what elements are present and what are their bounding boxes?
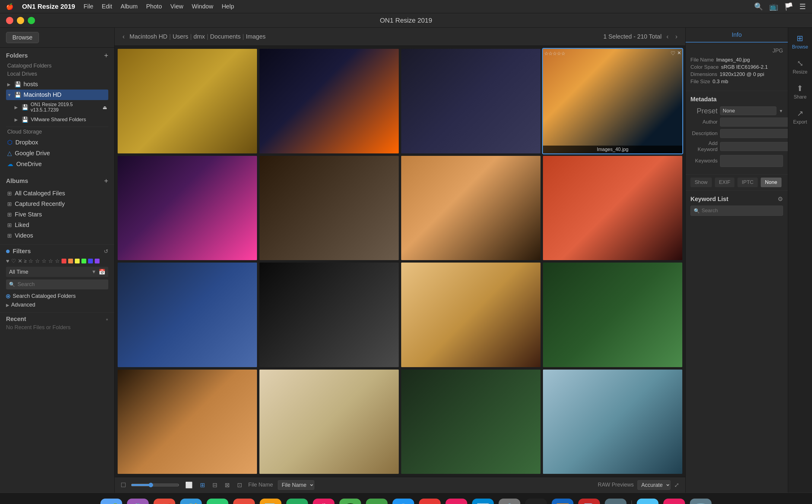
dock-item-music2[interactable]: 🎶 (663, 499, 685, 504)
menu-photo[interactable]: Photo (146, 3, 162, 10)
minimize-button[interactable] (17, 17, 24, 24)
photo-cell-15[interactable] (401, 370, 541, 474)
menu-controls-icon[interactable]: ☰ (799, 2, 806, 11)
thumbnail-size-slider[interactable] (131, 483, 179, 487)
browse-button[interactable]: Browse (6, 32, 39, 43)
single-view-button[interactable]: ⬜ (184, 480, 194, 490)
eject-icon[interactable]: ⏏ (103, 105, 107, 110)
calendar-icon[interactable]: 📅 (99, 269, 105, 275)
star-5-icon[interactable]: ☆ (55, 258, 60, 264)
sidebar-item-videos[interactable]: ⊞ Videos (6, 230, 108, 241)
raw-preview-select[interactable]: Accurate (637, 480, 671, 490)
tab-info[interactable]: Info (686, 28, 788, 43)
breadcrumb-macintosh[interactable]: Macintosh HD (129, 33, 167, 40)
dock-item-acrobat[interactable]: 📄 (578, 499, 600, 504)
expand-icon[interactable]: ⤢ (674, 481, 679, 489)
dock-item-music[interactable]: ♪ (446, 499, 467, 504)
photo-cell-12[interactable] (543, 263, 682, 367)
dock-item-photos[interactable]: 🌸 (313, 499, 334, 504)
photo-cell-10[interactable] (259, 263, 399, 367)
keyword-search-input[interactable] (702, 208, 766, 214)
menu-edit[interactable]: Edit (102, 3, 112, 10)
sidebar-item-liked[interactable]: ⊞ Liked (6, 220, 108, 230)
add-keyword-input[interactable] (720, 142, 789, 151)
breadcrumb-documents[interactable]: Documents (210, 33, 241, 40)
filter-color-purple[interactable] (95, 259, 99, 263)
filter-color-green[interactable] (81, 259, 86, 263)
menu-flag-icon[interactable]: 🏳️ (784, 2, 793, 11)
star-2-icon[interactable]: ☆ (35, 258, 40, 264)
dock-item-trash[interactable]: 🗑️ (690, 499, 712, 504)
menu-view[interactable]: View (170, 3, 183, 10)
date-filter[interactable]: All Time ▼ 📅 (6, 267, 108, 277)
filter-color-blue[interactable] (88, 259, 93, 263)
grid-view-button[interactable]: ⊞ (199, 480, 206, 490)
dock-item-messages[interactable]: 💬 (339, 499, 361, 504)
keyword-gear-icon[interactable]: ⚙ (778, 195, 783, 203)
sort-select[interactable]: File Name (278, 480, 314, 490)
refresh-icon[interactable]: ↺ (104, 248, 108, 255)
far-right-resize[interactable]: ⤡ Resize (793, 59, 807, 75)
star-3-icon[interactable]: ☆ (42, 258, 46, 264)
menu-file[interactable]: File (84, 3, 93, 10)
select-all-checkbox[interactable]: ☐ (121, 481, 126, 489)
far-right-export[interactable]: ↗ Export (793, 109, 807, 125)
breadcrumb-users[interactable]: Users (172, 33, 188, 40)
dock-item-preview[interactable]: 🖼️ (552, 499, 574, 504)
dock-item-appstore[interactable]: Ⓐ (392, 499, 414, 504)
sidebar-item-googledrive[interactable]: △ Google Drive (6, 148, 108, 159)
star-1-icon[interactable]: ☆ (28, 258, 33, 264)
dock-item-facetime[interactable]: 📹 (366, 499, 387, 504)
sidebar-item-captured-recently[interactable]: ⊞ Captured Recently (6, 199, 108, 209)
photo-cell-8[interactable] (543, 156, 682, 260)
sidebar-item-vmware[interactable]: ▶ 💾 VMware Shared Folders (6, 115, 108, 125)
photo-cell-5[interactable] (118, 156, 257, 260)
photo-cell-9[interactable] (118, 263, 257, 367)
menu-display-icon[interactable]: 📺 (769, 2, 778, 11)
photo-cell-3[interactable] (401, 49, 541, 153)
heart-filled-icon[interactable]: ♥ (6, 258, 9, 264)
menu-search-icon[interactable]: 🔍 (754, 2, 763, 11)
breadcrumb-dmx[interactable]: dmx (194, 33, 205, 40)
dock-item-notes[interactable]: 📝 (260, 499, 281, 504)
iptc-tab[interactable]: IPTC (738, 178, 758, 187)
fullscreen-button[interactable] (28, 17, 35, 24)
photo-cell-13[interactable] (118, 370, 257, 474)
sidebar-item-on1[interactable]: ▶ 💾 ON1 Resize 2019.5 v13.5.1.7239 ⏏ (6, 100, 108, 115)
advanced-item[interactable]: ▶ Advanced (6, 301, 108, 309)
close-button[interactable] (6, 17, 13, 24)
star-rating[interactable]: ☆☆☆☆☆ (544, 51, 565, 56)
filter-color-orange[interactable] (68, 259, 73, 263)
close-icon[interactable]: ✕ (677, 50, 681, 57)
photo-cell-4[interactable]: ☆☆☆☆☆♡✕Images_40.jpg (543, 49, 682, 153)
dock-item-maps[interactable]: 🗺️ (286, 499, 308, 504)
sidebar-item-five-stars[interactable]: ⊞ Five Stars (6, 209, 108, 220)
filmstrip-view-button[interactable]: ⊠ (223, 480, 231, 490)
strip-view-button[interactable]: ⊟ (211, 480, 219, 490)
sidebar-item-macintosh-hd[interactable]: ▼ 💾 Macintosh HD (6, 90, 108, 100)
dock-item-mail[interactable]: ✉️ (207, 499, 228, 504)
sidebar-item-hosts[interactable]: ▶ 💾 hosts (6, 79, 108, 90)
preset-select[interactable]: None (720, 106, 776, 115)
photo-cell-14[interactable] (259, 370, 399, 474)
dock-item-trash2[interactable]: 🗑 (605, 499, 627, 504)
next-button[interactable]: › (674, 31, 679, 43)
dock-item-safari[interactable]: 🧭 (180, 499, 202, 504)
sidebar-item-all-cataloged[interactable]: ⊞ All Cataloged Files (6, 188, 108, 199)
x-icon[interactable]: ✕ (18, 258, 22, 264)
dock-item-launchpad[interactable]: 🚀 (153, 499, 175, 504)
albums-add-button[interactable]: + (104, 177, 108, 185)
photo-cell-6[interactable] (259, 156, 399, 260)
search-cataloged-radio[interactable]: Search Cataloged Folders (6, 292, 108, 301)
breadcrumb-images[interactable]: Images (246, 33, 266, 40)
dock-item-finder[interactable]: 🗂️ (100, 499, 122, 504)
dock-item-siri[interactable]: 🎙️ (127, 499, 149, 504)
photo-cell-7[interactable] (401, 156, 541, 260)
far-right-browse[interactable]: ⊞ Browse (792, 34, 808, 50)
author-input[interactable] (720, 118, 789, 127)
dock-item-sysperf[interactable]: ⚙️ (499, 499, 520, 504)
search-input[interactable] (17, 281, 105, 288)
dock-item-finder2[interactable]: ⊟ (637, 499, 659, 504)
filter-color-red[interactable] (62, 259, 66, 263)
exif-tab[interactable]: EXIF (715, 178, 735, 187)
